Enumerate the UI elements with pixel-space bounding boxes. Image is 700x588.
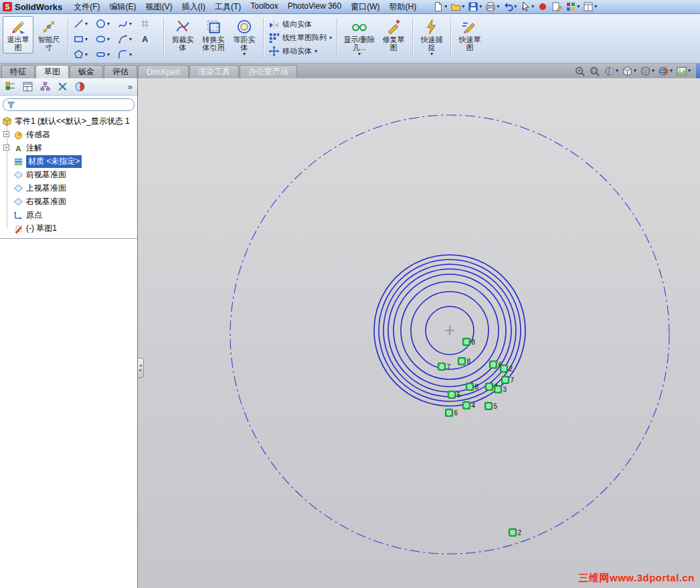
relation-marker-7[interactable]: 7 [438, 363, 451, 371]
repair-sketch-button[interactable]: 修复草图 [378, 16, 409, 54]
tree-item-sketch1[interactable]: (-) 草图1 [0, 221, 137, 235]
tree-root-part[interactable]: 零件1 (默认<<默认>_显示状态 1 [0, 114, 137, 128]
dropdown-caret[interactable]: ▾ [329, 35, 332, 41]
dropdown-caret[interactable]: ▾ [430, 52, 433, 57]
expander-plus-icon[interactable]: + [3, 144, 9, 151]
task-pane-edge[interactable] [696, 64, 700, 78]
new-button[interactable]: ▾ [433, 1, 447, 12]
tab-sketch[interactable]: 草图 [35, 65, 69, 78]
tree-item-annotations[interactable]: +A注解 [0, 141, 137, 155]
relation-marker-8[interactable]: 8 [466, 383, 479, 391]
menu-insert[interactable]: 插入(I) [177, 0, 210, 14]
displaymanager-tab[interactable] [74, 81, 86, 92]
dropdown-caret[interactable]: ▾ [358, 52, 361, 57]
dropdown-caret[interactable]: ▾ [688, 68, 691, 74]
view-orientation-button[interactable]: ▾ [622, 66, 636, 77]
convert-entities-button[interactable]: 转换实体引用 [198, 16, 229, 54]
dropdown-caret[interactable]: ▾ [243, 52, 246, 57]
tab-features[interactable]: 特征 [1, 65, 35, 78]
tree-item-top-plane[interactable]: 上视基准面 [0, 181, 137, 195]
dropdown-caret[interactable]: ▾ [85, 52, 88, 58]
offset-entities-button[interactable]: 等距实体 ▾ [229, 16, 260, 59]
dropdown-caret[interactable]: ▾ [514, 4, 517, 9]
slot-tool-button[interactable]: ▾ [94, 47, 116, 62]
section-view-button[interactable]: ▾ [604, 66, 618, 77]
tree-item-sensors[interactable]: +传感器 [0, 128, 137, 141]
dimxpertmanager-tab[interactable] [57, 81, 68, 92]
menu-file[interactable]: 文件(F) [69, 0, 104, 14]
relation-marker-6[interactable]: 6 [446, 409, 458, 417]
dropdown-caret[interactable]: ▾ [594, 4, 597, 9]
record-macro-button[interactable] [537, 1, 548, 12]
dropdown-caret[interactable]: ▾ [107, 37, 110, 42]
dropdown-caret[interactable]: ▾ [85, 37, 88, 42]
relation-marker-2[interactable]: 2 [501, 365, 513, 373]
arc-tool-button[interactable]: ▾ [116, 31, 138, 47]
mirror-entities-button[interactable]: 镜向实体 [268, 19, 332, 30]
featuremanager-tab[interactable] [5, 81, 16, 92]
menu-edit[interactable]: 编辑(E) [105, 0, 141, 14]
relation-marker-3[interactable]: 3 [495, 386, 507, 394]
relation-marker-8[interactable]: 8 [458, 358, 471, 366]
quick-snaps-button[interactable]: 快速捕捉 ▾ [416, 16, 447, 59]
menu-help[interactable]: 帮助(H) [384, 0, 421, 14]
dropdown-caret[interactable]: ▾ [315, 49, 317, 54]
dropdown-caret[interactable]: ▾ [670, 68, 673, 74]
options-button[interactable]: ▾ [565, 1, 580, 12]
relation-marker-4[interactable]: 4 [463, 402, 476, 410]
tab-dimxpert[interactable]: DimXpert [138, 65, 189, 78]
spline-tool-button[interactable]: ▾ [116, 16, 138, 31]
tree-item-material[interactable]: 材质 <未指定> [0, 155, 137, 168]
graphics-area[interactable]: 88762743854562 ◂▸ 三维网www.3dportal.cn [138, 78, 700, 588]
panels-button[interactable]: ▾ [583, 1, 597, 12]
relation-marker-5[interactable]: 5 [448, 391, 461, 399]
circle-tool-button[interactable]: ▾ [94, 16, 116, 31]
relation-marker-2[interactable]: 2 [509, 529, 522, 537]
menu-view[interactable]: 视图(V) [141, 0, 177, 14]
dropdown-caret[interactable]: ▾ [616, 68, 618, 74]
dropdown-caret[interactable]: ▾ [531, 4, 534, 9]
menu-window[interactable]: 窗口(W) [346, 0, 384, 14]
panel-overflow-chevron[interactable]: » [128, 82, 133, 92]
ellipse-tool-button[interactable]: ▾ [94, 31, 116, 47]
line-tool-button[interactable]: ▾ [72, 16, 94, 31]
fillet-tool-button[interactable]: ▾ [116, 47, 138, 62]
appearances-button[interactable]: ▾ [658, 66, 673, 77]
tree-item-front-plane[interactable]: 前视基准面 [0, 168, 137, 181]
dropdown-caret[interactable]: ▾ [85, 21, 88, 27]
print-button[interactable]: ▾ [485, 1, 499, 12]
filter-input[interactable] [17, 100, 130, 110]
relation-marker-7[interactable]: 7 [502, 377, 515, 385]
text-tool-button[interactable]: A [138, 31, 160, 47]
menu-toolbox[interactable]: Toolbox [246, 0, 282, 14]
menu-tools[interactable]: 工具(T) [210, 0, 246, 14]
tab-evaluate[interactable]: 评估 [104, 65, 137, 78]
dropdown-caret[interactable]: ▾ [462, 4, 464, 9]
dropdown-caret[interactable]: ▾ [652, 68, 654, 74]
dropdown-caret[interactable]: ▾ [107, 52, 110, 58]
move-entities-button[interactable]: 移动实体 ▾ [268, 45, 332, 57]
dropdown-caret[interactable]: ▾ [129, 52, 132, 58]
dropdown-caret[interactable]: ▾ [444, 4, 447, 9]
display-style-button[interactable]: ▾ [640, 66, 654, 77]
relation-marker-8[interactable]: 8 [463, 338, 476, 347]
exit-sketch-button[interactable]: 退出草图 [3, 16, 33, 54]
menu-photoview-360[interactable]: PhotoView 360 [283, 0, 347, 14]
trim-entities-button[interactable]: 剪裁实体 [167, 16, 198, 54]
configurationmanager-tab[interactable] [39, 81, 51, 92]
dropdown-caret[interactable]: ▾ [129, 21, 132, 27]
tab-render-tools[interactable]: 渲染工具 [189, 65, 239, 78]
dropdown-caret[interactable]: ▾ [129, 37, 132, 42]
zoom-area-button[interactable] [589, 66, 600, 77]
polygon-tool-button[interactable]: ▾ [72, 47, 94, 62]
expander-plus-icon[interactable]: + [3, 131, 9, 137]
rectangle-tool-button[interactable]: ▾ [72, 31, 94, 47]
open-button[interactable]: ▾ [450, 1, 464, 12]
relation-marker-5[interactable]: 5 [485, 403, 498, 411]
linear-sketch-pattern-button[interactable]: 线性草图阵列 ▾ [268, 32, 332, 43]
select-button[interactable]: ▾ [520, 1, 534, 12]
smart-dimension-button[interactable]: 智能尺寸 [33, 16, 64, 54]
edit-sketch-button[interactable] [551, 1, 562, 12]
tab-sheet-metal[interactable]: 钣金 [70, 65, 103, 78]
dropdown-caret[interactable]: ▾ [577, 4, 580, 9]
